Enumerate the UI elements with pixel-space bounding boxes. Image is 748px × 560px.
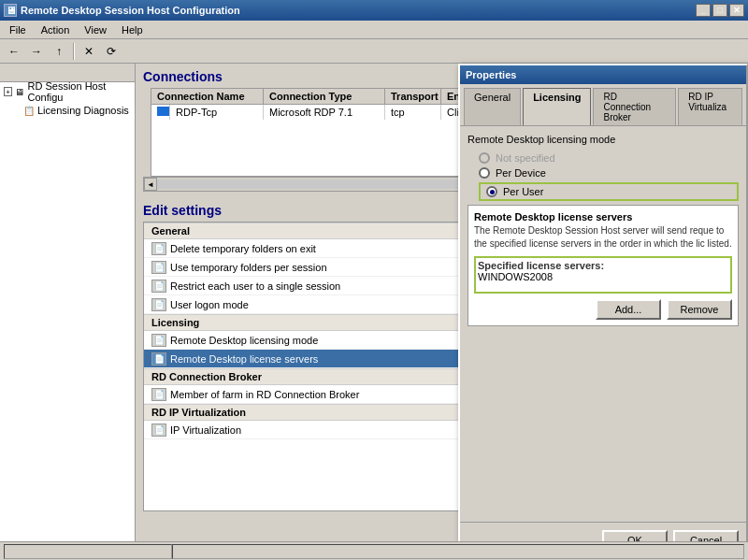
servers-input-box: Specified license servers: WINDOWS2008: [474, 256, 732, 294]
tree-root-label: RD Session Host Configu: [28, 80, 132, 103]
setting-icon-1: 📄: [151, 242, 166, 255]
status-bar: [0, 541, 748, 560]
remove-btn[interactable]: Remove: [667, 299, 732, 320]
title-bar: 🖥 Remote Desktop Session Host Configurat…: [0, 0, 748, 21]
tab-licensing[interactable]: Licensing: [523, 88, 591, 125]
menu-view[interactable]: View: [77, 22, 114, 37]
radio-per-user-btn[interactable]: [486, 186, 497, 197]
conn-icon-cell: [151, 105, 170, 120]
menu-bar: File Action View Help: [0, 21, 748, 39]
setting-icon-4: 📄: [151, 298, 166, 311]
toolbar: ← → ↑ ✕ ⟳: [0, 39, 748, 64]
dialog-title: Properties: [460, 65, 746, 84]
server-value: WINDOWS2008: [478, 271, 728, 282]
status-pane-2: [172, 544, 744, 559]
menu-file[interactable]: File: [2, 22, 34, 37]
col-transport: Transport: [385, 89, 441, 104]
status-pane-1: [4, 544, 172, 559]
stop-btn[interactable]: ✕: [79, 42, 99, 61]
tree-header: [0, 64, 135, 82]
server-icon: 🖥: [14, 85, 25, 98]
minimize-btn[interactable]: _: [696, 4, 711, 17]
back-btn[interactable]: ←: [4, 42, 24, 61]
specified-label: Specified license servers:: [478, 260, 728, 271]
dialog-content: Remote Desktop licensing mode Not specif…: [460, 125, 746, 560]
setting-icon-8: 📄: [151, 424, 166, 437]
scroll-left[interactable]: ◄: [144, 178, 157, 191]
dialog-tabs: General Licensing RD Connection Broker R…: [460, 84, 746, 125]
tree-licensing-label: Licensing Diagnosis: [37, 105, 129, 116]
toolbar-separator: [73, 43, 75, 60]
radio-per-user-highlight: Per User: [479, 182, 739, 201]
radio-per-device-label: Per Device: [496, 167, 546, 179]
radio-not-specified[interactable]: Not specified: [479, 152, 739, 164]
expand-icon[interactable]: +: [4, 87, 12, 96]
add-remove-btns: Add... Remove: [474, 299, 732, 320]
setting-icon-2: 📄: [151, 261, 166, 274]
conn-transport: tcp: [385, 105, 441, 120]
maximize-btn[interactable]: □: [712, 4, 727, 17]
mode-label: Remote Desktop licensing mode: [468, 134, 739, 145]
radio-per-device[interactable]: Per Device: [479, 167, 739, 179]
title-text: Remote Desktop Session Host Configuratio…: [21, 5, 240, 16]
radio-group: Not specified Per Device Per User: [479, 152, 739, 201]
radio-per-device-btn[interactable]: [479, 167, 490, 179]
servers-section-label: Remote Desktop license servers: [474, 211, 732, 223]
conn-name: RDP-Tcp: [170, 105, 264, 120]
col-connection-name: Connection Name: [151, 89, 264, 104]
menu-help[interactable]: Help: [114, 22, 151, 37]
tree-item-licensing[interactable]: 📋 Licensing Diagnosis: [0, 101, 135, 120]
setting-icon-6: 📄: [151, 352, 166, 366]
tab-rd-ip[interactable]: RD IP Virtualiza: [678, 88, 742, 125]
window-controls: _ □ ✕: [696, 4, 744, 17]
close-btn[interactable]: ✕: [729, 4, 744, 17]
app-icon: 🖥: [4, 4, 17, 17]
menu-action[interactable]: Action: [34, 22, 78, 37]
radio-per-user-label: Per User: [503, 186, 543, 197]
setting-icon-7: 📄: [151, 388, 166, 401]
col-connection-type: Connection Type: [264, 89, 385, 104]
tree-panel: + 🖥 RD Session Host Configu 📋 Licensing …: [0, 64, 136, 560]
setting-icon-3: 📄: [151, 280, 166, 293]
servers-description: The Remote Desktop Session Host server w…: [474, 224, 732, 251]
up-btn[interactable]: ↑: [49, 42, 69, 61]
properties-dialog: Properties General Licensing RD Connecti…: [458, 64, 748, 560]
tree-item-root[interactable]: + 🖥 RD Session Host Configu: [0, 82, 135, 101]
conn-type: Microsoft RDP 7.1: [264, 105, 385, 120]
license-servers-box: Remote Desktop license servers The Remot…: [468, 205, 739, 326]
tab-rd-broker[interactable]: RD Connection Broker: [593, 88, 676, 125]
licensing-icon: 📋: [22, 104, 36, 117]
refresh-btn[interactable]: ⟳: [101, 42, 122, 61]
tab-general[interactable]: General: [464, 88, 521, 125]
add-btn[interactable]: Add...: [596, 299, 661, 320]
rdp-icon: [157, 107, 170, 116]
forward-btn[interactable]: →: [26, 42, 47, 61]
radio-not-specified-label: Not specified: [496, 152, 555, 164]
radio-not-specified-btn[interactable]: [479, 152, 490, 164]
setting-icon-5: 📄: [151, 334, 166, 347]
